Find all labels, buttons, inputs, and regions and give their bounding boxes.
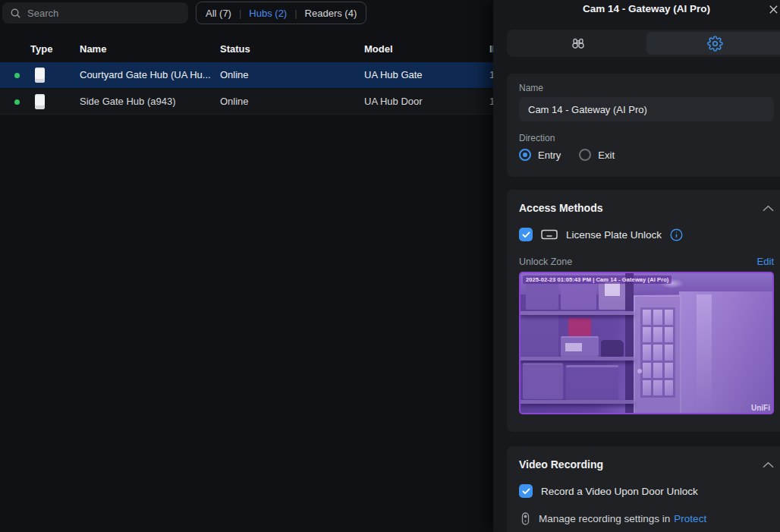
scene-red-box [568,318,591,336]
checkmark-icon [522,488,530,495]
scene-shoes [601,340,624,357]
close-icon[interactable] [767,3,779,15]
manage-recording-row: Manage recording settings in Protect [519,512,774,525]
name-field-label: Name [519,83,774,93]
device-filter-group: All (7) | Hubs (2) | Readers (4) [196,2,366,24]
column-header-model: Model [364,43,393,55]
scene-door-panes [640,307,675,398]
access-methods-card: Access Methods License Plate Unlock [507,190,780,432]
collapse-chevron-icon[interactable] [763,461,774,468]
device-model: UA Hub Gate [364,69,423,80]
scene-door-knob [637,369,642,373]
scene-shelf-post [625,273,634,413]
license-plate-unlock-checkbox[interactable] [519,228,533,241]
collapse-chevron-icon[interactable] [763,205,774,212]
scene-light-streak [697,294,712,413]
device-detail-panel: Cam 14 - Gateway (AI Pro) [493,0,780,532]
scene-storage-bin [523,363,563,399]
device-status: Online [220,69,249,80]
filter-separator: | [294,8,297,19]
record-video-label: Record a Video Upon Door Unlock [541,486,698,497]
panel-title: Cam 14 - Gateway (AI Pro) [493,3,780,14]
tab-settings[interactable] [646,32,780,55]
snapshot-timestamp: 2025-02-23 01:05:43 PM | Cam 14 - Gatewa… [523,275,671,284]
camera-snapshot [521,273,772,413]
scene-door [634,295,681,413]
camera-icon [521,512,530,525]
column-header-status: Status [220,43,250,55]
edit-unlock-zone-link[interactable]: Edit [757,256,774,267]
identity-card: Name Direction Entry Exit [507,74,780,177]
access-methods-title: Access Methods [519,202,602,214]
device-name: Side Gate Hub (a943) [80,96,175,107]
radio-exit-label: Exit [598,150,615,161]
unlock-zone-label: Unlock Zone [519,257,572,267]
unifi-watermark: UniFi [751,404,770,412]
protect-link[interactable]: Protect [674,513,706,524]
binoculars-icon [570,35,587,52]
search-input[interactable] [27,8,181,19]
online-status-dot [14,73,20,78]
gear-icon [707,36,723,52]
scene-shelf [521,400,634,404]
search-bar[interactable] [2,2,188,24]
direction-radio-group: Entry Exit [519,149,774,161]
search-icon [10,8,21,19]
manage-recording-text: Manage recording settings in [539,513,670,524]
video-recording-title: Video Recording [519,458,603,471]
direction-label: Direction [519,133,774,143]
license-plate-unlock-label: License Plate Unlock [566,229,662,241]
scene-storage-bin [561,336,599,357]
info-icon[interactable] [670,228,683,241]
radio-exit[interactable]: Exit [579,149,615,161]
device-model: UA Hub Door [364,96,423,107]
online-status-dot [14,99,20,105]
hub-device-icon [35,68,45,83]
filter-readers[interactable]: Readers (4) [305,8,357,19]
hub-device-icon [35,94,45,109]
record-video-row: Record a Video Upon Door Unlock [519,484,774,498]
column-header-name: Name [80,43,106,55]
unlock-zone-preview: 2025-02-23 01:05:43 PM | Cam 14 - Gatewa… [519,272,774,414]
filter-all[interactable]: All (7) [206,8,231,19]
video-recording-card: Video Recording Record a Video Upon Door… [507,446,780,532]
scene-shelf [521,311,634,315]
filter-hubs[interactable]: Hubs (2) [249,8,287,19]
panel-tab-bar [507,30,780,57]
radio-entry[interactable]: Entry [519,149,561,161]
record-video-checkbox[interactable] [519,484,533,498]
license-plate-icon [541,228,558,241]
device-name: Courtyard Gate Hub (UA Hu... [80,69,211,80]
radio-entry-label: Entry [538,150,561,161]
radio-exit-control[interactable] [579,149,591,161]
scene-storage-bin [566,365,619,400]
column-header-type: Type [30,43,52,55]
scene-wall [679,291,772,413]
filter-separator: | [239,8,241,19]
name-field[interactable] [519,97,774,121]
checkmark-icon [522,231,530,238]
scene-storage-bin [521,315,558,357]
radio-entry-control[interactable] [519,149,531,161]
scene-shelf [521,357,634,360]
license-plate-unlock-row: License Plate Unlock [519,228,774,241]
tab-activity[interactable] [509,32,646,55]
device-status: Online [220,96,249,107]
